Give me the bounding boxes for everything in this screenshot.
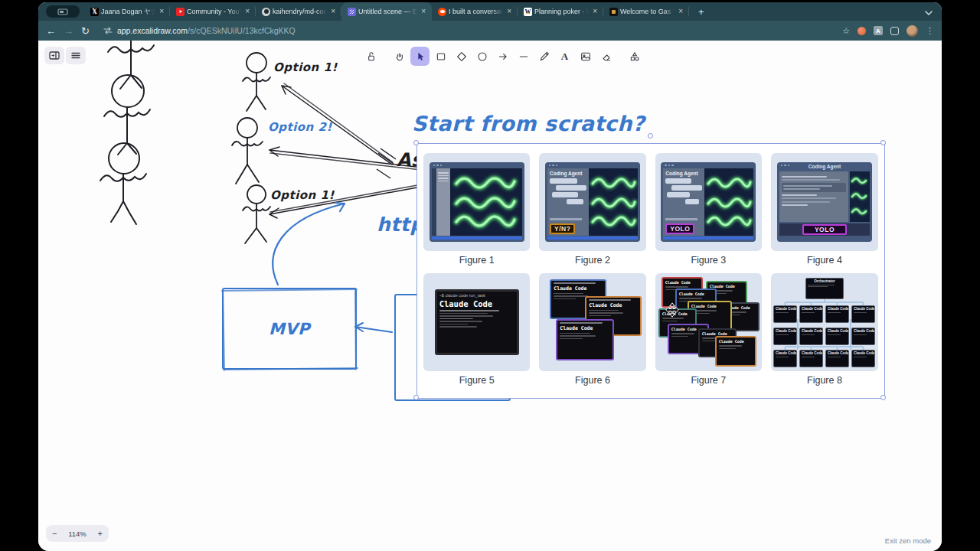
selection-handle-sw[interactable] xyxy=(413,395,419,400)
option-3-label[interactable]: Option 1! xyxy=(270,188,335,202)
claude-code-node: Claude Code xyxy=(802,351,821,355)
figure-1-image[interactable] xyxy=(423,153,530,251)
close-icon[interactable]: × xyxy=(243,8,251,15)
claude-code-node: Claude Code xyxy=(828,329,847,333)
bookmark-star-icon[interactable]: ☆ xyxy=(842,26,850,36)
zoom-out-button[interactable]: − xyxy=(52,529,57,538)
option-3-figure[interactable] xyxy=(243,185,270,243)
claude-code-label: Claude Code xyxy=(554,285,603,292)
tool-draw[interactable] xyxy=(534,47,554,66)
green-waves-icon xyxy=(850,171,870,222)
claude-code-node: Claude Code xyxy=(776,307,795,311)
github-icon xyxy=(262,8,270,16)
close-icon[interactable]: × xyxy=(591,8,599,15)
close-icon[interactable]: × xyxy=(677,8,684,15)
scene-title[interactable]: Start from scratch? xyxy=(412,112,645,135)
sidebar-toggle-button[interactable] xyxy=(44,47,64,64)
figure-7-image[interactable]: Claude Code Claude Code Claude Code Clau… xyxy=(655,273,762,371)
close-icon[interactable]: × xyxy=(329,8,337,15)
tool-selection[interactable] xyxy=(410,47,430,66)
tab-search-button[interactable] xyxy=(46,5,80,18)
tool-image[interactable] xyxy=(576,47,595,66)
tool-ellipse[interactable] xyxy=(472,47,492,66)
figure-4-cell[interactable]: Coding Agent xyxy=(771,153,878,273)
tab-wikipedia[interactable]: W Planning poker - Wikipedia × xyxy=(518,2,603,21)
figure-7-cell[interactable]: Claude Code Claude Code Claude Code Clau… xyxy=(655,273,762,393)
extension-orange-icon[interactable] xyxy=(858,27,866,35)
figure-4-image[interactable]: Coding Agent xyxy=(771,153,878,251)
site-info-icon[interactable] xyxy=(103,27,113,34)
tool-rectangle[interactable] xyxy=(431,47,450,66)
tool-diamond[interactable] xyxy=(452,47,471,66)
figure-label: Figure 6 xyxy=(539,375,645,386)
excalidraw-canvas[interactable]: A xyxy=(38,41,942,551)
youtube-icon xyxy=(176,8,185,16)
extensions-icon[interactable] xyxy=(890,27,899,35)
close-icon[interactable]: × xyxy=(505,8,513,15)
figure-2-image[interactable]: Coding Agent Y/N? xyxy=(539,153,645,251)
selection-rotate-handle[interactable] xyxy=(648,133,653,139)
screen: 𝕏 Jaana Dogan ヤナ ドガン (@n × Community - Y… xyxy=(0,0,980,551)
new-tab-button[interactable]: + xyxy=(695,6,707,18)
selection-handle-se[interactable] xyxy=(880,395,886,400)
exit-zen-mode-button[interactable]: Exit zen mode xyxy=(885,536,931,545)
reload-button[interactable]: ↻ xyxy=(81,25,90,37)
option-2-figure[interactable] xyxy=(232,118,263,184)
window-dots-icon xyxy=(433,165,443,167)
figures-panel[interactable]: Figure 1 Coding Agent xyxy=(417,144,884,398)
selection-handle-nw[interactable] xyxy=(413,140,419,145)
coding-agent-header: Coding Agent xyxy=(550,171,586,176)
browser-menu-icon[interactable]: ⋮ xyxy=(926,26,934,36)
figure-6-image[interactable]: Claude Code Claude Code Claude Code xyxy=(539,273,645,371)
tool-lock[interactable] xyxy=(361,47,381,66)
figure-5-cell[interactable]: ~$ claude code run_task Claude Code Figu… xyxy=(423,273,530,393)
claude-code-label: Claude Code xyxy=(560,325,610,331)
figure-1-cell[interactable]: Figure 1 xyxy=(423,153,530,273)
claude-code-node: Claude Code xyxy=(776,329,795,333)
tab-label: Untitled scene — Excalidraw xyxy=(358,8,417,15)
tab-excalidraw[interactable]: Untitled scene — Excalidraw × xyxy=(341,2,432,21)
option-2-label[interactable]: Option 2! xyxy=(268,120,332,134)
option-1-figure[interactable] xyxy=(243,53,270,111)
option-1-label[interactable]: Option 1! xyxy=(273,60,338,74)
figure-2-cell[interactable]: Coding Agent Y/N? xyxy=(539,153,645,273)
figure-3-image[interactable]: Coding Agent YOLO xyxy=(655,153,762,251)
back-button[interactable]: ← xyxy=(46,25,56,37)
tab-label: I built a conversational task m xyxy=(449,8,503,15)
tab-md-confluence[interactable]: kaihendry/md-confluence: M × xyxy=(256,2,341,21)
totem-stick-figures[interactable] xyxy=(100,41,154,224)
tool-eraser[interactable] xyxy=(596,47,616,66)
url-field[interactable]: app.excalidraw.com/s/cQESkNUiIU/13kcfCkg… xyxy=(103,24,836,37)
extension-a-icon[interactable]: A xyxy=(874,26,883,35)
window-dots-icon xyxy=(781,165,790,167)
close-icon[interactable]: × xyxy=(158,8,165,15)
tool-shapes[interactable] xyxy=(625,47,644,66)
blue-curved-arrow[interactable] xyxy=(273,203,345,285)
figure-label: Figure 4 xyxy=(771,255,878,266)
arrow-into-mvp[interactable] xyxy=(355,323,392,332)
tab-jaana-dogan[interactable]: 𝕏 Jaana Dogan ヤナ ドガン (@n × xyxy=(84,2,170,21)
profile-avatar[interactable] xyxy=(906,25,918,37)
tool-hand[interactable] xyxy=(390,47,409,66)
tool-text[interactable]: A xyxy=(555,47,574,66)
mvp-label[interactable]: MVP xyxy=(223,289,356,369)
tab-gas-town[interactable]: Welcome to Gas Town. Happ × xyxy=(603,2,689,21)
figure-6-cell[interactable]: Claude Code Claude Code Claude Code xyxy=(539,273,645,393)
zoom-in-button[interactable]: + xyxy=(98,529,103,538)
yolo-badge: YOLO xyxy=(802,224,847,235)
tab-youtube-studio[interactable]: Community - YouTube Studio × xyxy=(170,2,256,21)
main-menu-button[interactable] xyxy=(66,47,86,64)
figure-5-image[interactable]: ~$ claude code run_task Claude Code xyxy=(423,273,530,371)
forward-button[interactable]: → xyxy=(64,25,74,37)
figure-3-cell[interactable]: Coding Agent YOLO xyxy=(655,153,762,273)
selection-handle-ne[interactable] xyxy=(880,140,886,145)
tool-arrow[interactable] xyxy=(493,47,512,66)
figure-8-image[interactable]: Orchestrator Claude Code Claude Code Cla… xyxy=(771,273,878,371)
tab-overflow-chevron[interactable] xyxy=(925,5,933,18)
close-icon[interactable]: × xyxy=(420,8,427,15)
figure-8-cell[interactable]: Orchestrator Claude Code Claude Code Cla… xyxy=(771,273,878,393)
green-waves-icon xyxy=(450,168,521,233)
zoom-level[interactable]: 114% xyxy=(68,530,87,538)
tool-line[interactable] xyxy=(514,47,533,66)
tab-reddit-post[interactable]: I built a conversational task m × xyxy=(432,2,518,21)
